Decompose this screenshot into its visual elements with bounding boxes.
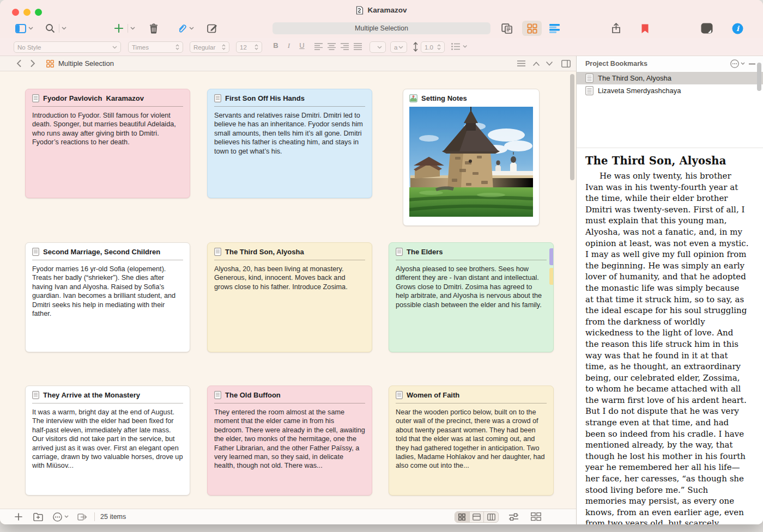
compose-mode-button[interactable] bbox=[701, 21, 713, 36]
search-button[interactable] bbox=[45, 21, 66, 36]
info-icon: i bbox=[732, 23, 743, 34]
align-left-button[interactable] bbox=[314, 43, 323, 50]
share-icon bbox=[611, 23, 621, 34]
keyword-chip bbox=[549, 268, 553, 285]
toolbar-selection-field[interactable]: Multiple Selection bbox=[272, 22, 491, 34]
app-document-icon bbox=[356, 6, 364, 15]
bookmark-icon bbox=[641, 23, 649, 34]
trash-button[interactable] bbox=[149, 21, 159, 36]
index-card-second-marriage[interactable]: Second Marriage, Second Children Fyodor … bbox=[25, 242, 190, 352]
preview-body: He was only twenty, his brother Ivan was… bbox=[585, 170, 749, 524]
index-card-old-buffoon[interactable]: The Old Buffoon They entered the room al… bbox=[207, 386, 372, 496]
add-document-button[interactable] bbox=[15, 513, 22, 521]
underline-button[interactable]: U bbox=[296, 41, 307, 50]
item-menu-button[interactable] bbox=[53, 512, 69, 522]
corkboard-icon bbox=[527, 23, 537, 34]
bookmarks-list: The Third Son, Alyosha Lizaveta Smerdyas… bbox=[577, 72, 763, 148]
editor-header: Multiple Selection bbox=[0, 56, 576, 71]
index-card-third-son[interactable]: The Third Son, Alyosha Alyosha, 20, has … bbox=[207, 242, 372, 352]
highlight-color-select[interactable]: a bbox=[390, 41, 407, 53]
attach-button[interactable] bbox=[177, 21, 194, 36]
list-style-button[interactable] bbox=[451, 43, 468, 50]
index-card-women-of-faith[interactable]: Women of Faith Near the wooden portico b… bbox=[389, 386, 554, 496]
font-select[interactable]: Times bbox=[128, 41, 183, 53]
paperclip-icon bbox=[177, 23, 187, 33]
style-select[interactable]: No Style bbox=[14, 41, 121, 53]
move-to-button[interactable] bbox=[77, 513, 88, 521]
bookmark-item[interactable]: The Third Son, Alyosha bbox=[577, 72, 763, 84]
window-title-area: Karamazov bbox=[0, 0, 763, 20]
card-size-button[interactable] bbox=[531, 512, 541, 521]
preview-heading: The Third Son, Alyosha bbox=[585, 155, 749, 167]
bookmark-preview-editor[interactable]: The Third Son, Alyosha He was only twent… bbox=[577, 148, 763, 524]
share-button[interactable] bbox=[611, 21, 621, 36]
bookmarks-menu-button[interactable] bbox=[730, 59, 745, 68]
preview-scrollbar[interactable] bbox=[757, 63, 761, 91]
stepper-icon bbox=[175, 44, 179, 50]
format-bar: No Style Times Regular 12 B I U a bbox=[0, 38, 763, 56]
plus-icon bbox=[114, 24, 123, 33]
bookmark-label: Lizaveta Smerdyashchaya bbox=[598, 87, 681, 95]
corkboard-freeform-mode-button[interactable] bbox=[470, 512, 485, 522]
align-justify-button[interactable] bbox=[354, 43, 362, 50]
header-menu-button[interactable] bbox=[517, 60, 525, 66]
index-card-elders[interactable]: The Elders Alyosha pleased to see brothe… bbox=[389, 242, 554, 352]
chevron-down-icon bbox=[28, 27, 33, 30]
chevron-down-icon bbox=[189, 27, 194, 30]
corkboard[interactable]: Fyodor Pavlovich Karamazov Introduction … bbox=[0, 72, 576, 509]
line-spacing-icon bbox=[413, 42, 418, 52]
history-forward-button[interactable] bbox=[31, 60, 35, 67]
document-icon bbox=[585, 86, 594, 95]
line-spacing-select[interactable]: 1.0 bbox=[421, 41, 445, 53]
document-icon bbox=[32, 391, 39, 399]
monastery-photo bbox=[409, 107, 533, 217]
add-item-button[interactable] bbox=[114, 21, 135, 36]
next-document-button[interactable] bbox=[546, 62, 553, 66]
font-size-select[interactable]: 12 bbox=[236, 41, 262, 53]
trash-icon bbox=[149, 23, 159, 34]
scrivenings-view-button[interactable] bbox=[501, 21, 512, 36]
keyword-chip bbox=[549, 248, 553, 265]
index-card-setting-notes[interactable]: Setting Notes bbox=[403, 89, 540, 226]
index-card-arrive-monastery[interactable]: They Arrive at the Monastery It was a wa… bbox=[25, 386, 190, 496]
editor-pane: Multiple Selection Fyodor Pavlovich Kara… bbox=[0, 56, 576, 524]
align-right-button[interactable] bbox=[341, 43, 349, 50]
index-card-fyodor[interactable]: Fyodor Pavlovich Karamazov Introduction … bbox=[25, 89, 190, 198]
bookmark-item[interactable]: Lizaveta Smerdyashchaya bbox=[577, 84, 763, 97]
corkboard-view-button[interactable] bbox=[522, 21, 542, 36]
index-card-first-son[interactable]: First Son Off His Hands Servants and rel… bbox=[207, 89, 372, 198]
document-icon bbox=[214, 248, 221, 256]
editor-footer: 25 items bbox=[0, 509, 576, 524]
stepper-icon bbox=[255, 44, 258, 50]
split-editor-button[interactable] bbox=[561, 60, 571, 68]
corkboard-grid-mode-button[interactable] bbox=[455, 512, 470, 522]
photo-pin-icon bbox=[409, 94, 417, 102]
chevron-down-icon bbox=[377, 46, 382, 49]
corkboard-options-button[interactable] bbox=[509, 513, 518, 521]
corkboard-scrollbar[interactable] bbox=[570, 74, 574, 180]
bookmarks-panel-header: Project Bookmarks bbox=[577, 56, 763, 71]
font-variant-select[interactable]: Regular bbox=[190, 41, 229, 53]
bookmarks-button[interactable] bbox=[641, 21, 649, 36]
chevron-down-icon bbox=[62, 27, 66, 30]
compose-note-button[interactable] bbox=[207, 21, 217, 36]
collapse-panel-button[interactable] bbox=[749, 63, 755, 65]
chevron-down-icon bbox=[112, 46, 117, 49]
add-folder-button[interactable] bbox=[33, 512, 43, 521]
corkboard-arrange-mode-button[interactable] bbox=[484, 512, 498, 522]
corkboard-mini-icon bbox=[46, 60, 54, 68]
inspector-info-button[interactable]: i bbox=[732, 21, 743, 36]
binder-sidebar-toggle-button[interactable] bbox=[15, 21, 33, 36]
document-icon bbox=[32, 94, 39, 102]
stepper-icon bbox=[437, 44, 441, 50]
bookmark-label: The Third Son, Alyosha bbox=[598, 74, 671, 82]
history-back-button[interactable] bbox=[16, 60, 21, 67]
document-icon bbox=[585, 74, 594, 83]
previous-document-button[interactable] bbox=[533, 62, 540, 66]
outline-view-button[interactable] bbox=[549, 21, 560, 36]
align-center-button[interactable] bbox=[328, 43, 336, 50]
italic-button[interactable]: I bbox=[283, 41, 294, 50]
items-count: 25 items bbox=[100, 513, 126, 521]
bold-button[interactable]: B bbox=[270, 41, 281, 50]
text-color-select[interactable] bbox=[370, 41, 386, 53]
